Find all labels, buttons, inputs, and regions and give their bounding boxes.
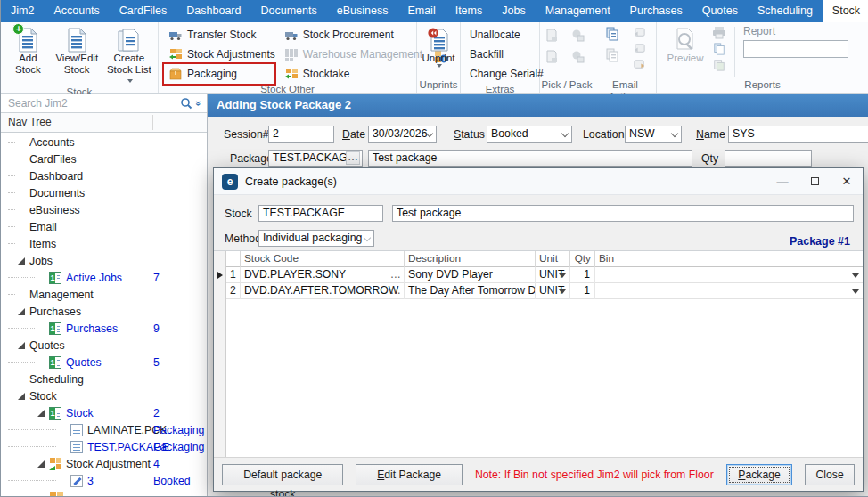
close-button[interactable]: Close xyxy=(805,464,855,485)
ribbon-tab[interactable]: CardFiles xyxy=(110,0,177,22)
view-edit-stock-button[interactable]: View/Edit Stock xyxy=(55,25,99,75)
report-input[interactable] xyxy=(743,40,848,58)
batch-report-icon[interactable] xyxy=(712,59,726,71)
ribbon-tab[interactable]: Dashboard xyxy=(176,0,250,22)
nav-tree-item[interactable]: Items xyxy=(1,235,207,252)
tree-expander-icon[interactable] xyxy=(17,155,26,164)
tree-expander-icon[interactable] xyxy=(17,138,26,147)
tree-expander-icon[interactable] xyxy=(17,307,26,316)
unprint-button[interactable]: Unprint xyxy=(421,25,456,68)
tree-expander-icon[interactable] xyxy=(58,426,67,435)
close-window-icon[interactable]: ✕ xyxy=(831,168,863,194)
nav-tree-item[interactable]: Documents xyxy=(1,184,207,201)
session-input[interactable]: 2 xyxy=(268,126,334,143)
tree-expander-icon[interactable] xyxy=(17,341,26,350)
add-stock-button[interactable]: + Add Stock xyxy=(6,25,50,75)
col-header-qty[interactable]: Qty xyxy=(570,251,595,267)
nav-tree-item[interactable]: Stock xyxy=(1,387,207,404)
stock-code-cell[interactable]: DVD.PLAYER.SONY xyxy=(241,267,405,283)
package-lookup-button[interactable]: … xyxy=(346,151,360,165)
warehouse-management-button[interactable]: Warehouse Management xyxy=(280,45,427,64)
row-selector[interactable] xyxy=(214,267,226,283)
email-reply-all-icon[interactable] xyxy=(633,42,646,55)
expand-search-options-icon[interactable]: » xyxy=(193,100,204,105)
package-table-row[interactable]: 2 DVD.DAY.AFTER.TOMORROW The Day After T… xyxy=(214,283,863,299)
pack-gear-icon[interactable] xyxy=(571,29,585,43)
stock-lookup-ellipsis-button[interactable] xyxy=(390,283,401,299)
minimize-button[interactable]: — xyxy=(766,168,798,194)
tree-expander-icon[interactable] xyxy=(37,493,45,497)
package-description-input[interactable]: Test package xyxy=(368,150,692,167)
unit-cell[interactable]: UNIT xyxy=(536,283,570,299)
tree-expander-icon[interactable] xyxy=(17,206,26,215)
create-stock-list-button[interactable]: Create Stock List xyxy=(104,25,154,86)
packaging-button[interactable]: Packaging xyxy=(164,64,274,84)
package-button[interactable]: Package xyxy=(726,464,793,485)
default-package-stock-button[interactable]: Default package stock xyxy=(222,464,343,485)
tree-expander-icon[interactable] xyxy=(17,189,26,198)
qty-cell[interactable]: 1 xyxy=(570,267,595,283)
unallocate-button[interactable]: Unallocate xyxy=(464,25,549,45)
nav-tree-item[interactable]: Jobs xyxy=(1,252,207,269)
nav-tree-item[interactable]: Quotes 5 xyxy=(1,354,207,371)
nav-tree-item[interactable] xyxy=(1,489,207,496)
dialog-title-bar[interactable]: e Create package(s) — ✕ xyxy=(214,168,863,195)
email-reply-icon[interactable] xyxy=(633,26,646,39)
stocktake-button[interactable]: Stocktake xyxy=(280,64,427,84)
ribbon-tab[interactable]: Documents xyxy=(250,0,326,22)
ribbon-tab[interactable]: Jim2 xyxy=(1,0,44,22)
ribbon-tab[interactable]: Scheduling xyxy=(748,0,823,22)
nav-tree-item[interactable]: Purchases 9 xyxy=(1,320,207,337)
package-table-row[interactable]: 1 DVD.PLAYER.SONY Sony DVD Player UNIT 1 xyxy=(214,267,863,283)
pick-docs-icon[interactable] xyxy=(545,50,559,64)
method-combobox[interactable]: Individual packaging xyxy=(258,230,374,247)
row-selector[interactable] xyxy=(214,283,226,299)
tree-expander-icon[interactable] xyxy=(17,290,26,299)
ribbon-tab[interactable]: Accounts xyxy=(44,0,109,22)
print-icon[interactable] xyxy=(712,27,726,39)
email-forward-icon[interactable] xyxy=(633,58,646,71)
tree-expander-icon[interactable] xyxy=(17,375,26,384)
nav-tree-item[interactable]: Management xyxy=(1,286,207,303)
unit-cell[interactable]: UNIT xyxy=(536,267,570,283)
copy-document-disabled-icon[interactable] xyxy=(605,48,619,62)
nav-tree-item[interactable]: Stock 2 xyxy=(1,404,207,421)
nav-tree-item[interactable]: Email xyxy=(1,218,207,235)
tree-expander-icon[interactable] xyxy=(37,409,45,418)
pack-gear-icon[interactable] xyxy=(571,50,585,64)
qty-cell[interactable]: 1 xyxy=(570,283,595,299)
tree-expander-icon[interactable] xyxy=(58,443,67,452)
tree-expander-icon[interactable] xyxy=(17,392,26,401)
tree-expander-icon[interactable] xyxy=(17,257,26,265)
ribbon-tab[interactable]: Management xyxy=(536,0,620,22)
tree-expander-icon[interactable] xyxy=(37,324,45,333)
tree-expander-icon[interactable] xyxy=(58,477,67,485)
tree-expander-icon[interactable] xyxy=(37,358,45,367)
dialog-stock-code-input[interactable]: TEST.PACKAGE xyxy=(258,205,383,222)
pick-docs-icon[interactable] xyxy=(545,29,559,43)
package-code-input[interactable]: TEST.PACKAGE… xyxy=(268,150,363,167)
location-combobox[interactable]: NSW xyxy=(625,126,682,143)
nav-tree-item[interactable]: LAMINATE.PCK Packaging xyxy=(1,421,207,438)
preview-button[interactable]: Preview xyxy=(664,25,707,64)
tree-expander-icon[interactable] xyxy=(37,273,45,282)
nav-tree-item[interactable]: Active Jobs 7 xyxy=(1,269,207,286)
ribbon-tab[interactable]: Quotes xyxy=(692,0,748,22)
stock-lookup-ellipsis-button[interactable] xyxy=(390,267,401,283)
col-header-description[interactable]: Description xyxy=(405,251,536,267)
stock-code-cell[interactable]: DVD.DAY.AFTER.TOMORROW xyxy=(241,283,405,299)
copy-document-icon[interactable] xyxy=(605,27,619,41)
nav-tree-item[interactable]: CardFiles xyxy=(1,151,207,167)
unprint-dropdown-caret[interactable] xyxy=(437,64,442,68)
maximize-button[interactable] xyxy=(798,168,831,194)
change-serial-button[interactable]: Change Serial# xyxy=(464,64,549,84)
bin-cell[interactable] xyxy=(595,283,863,299)
nav-tree-item[interactable]: Purchases xyxy=(1,303,207,320)
ribbon-tab[interactable]: eBusiness xyxy=(327,0,398,22)
ribbon-tab[interactable]: Stock xyxy=(823,0,868,22)
nav-tree-item[interactable]: Dashboard xyxy=(1,167,207,184)
nav-tree-item[interactable]: Stock Adjustment 4 xyxy=(1,455,207,472)
tree-expander-icon[interactable] xyxy=(17,223,26,232)
nav-tree-item[interactable]: Quotes xyxy=(1,337,207,354)
nav-tree-item[interactable]: TEST.PACKAGE Packaging xyxy=(1,438,207,455)
